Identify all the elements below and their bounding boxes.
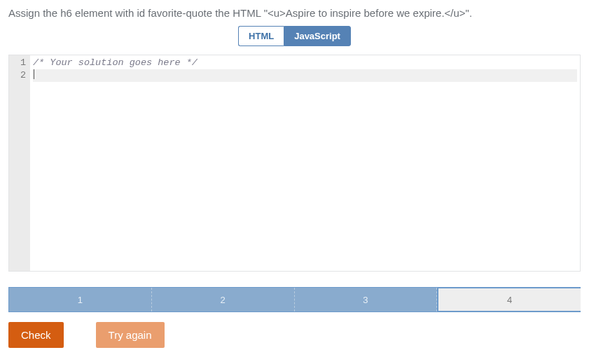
- prompt-text: Assign the h6 element with id favorite-q…: [8, 7, 581, 19]
- check-button[interactable]: Check: [8, 322, 64, 348]
- step-1[interactable]: 1: [9, 288, 152, 312]
- tab-html[interactable]: HTML: [238, 26, 284, 46]
- line-gutter: 1 2: [9, 55, 30, 271]
- code-editor[interactable]: 1 2 /* Your solution goes here */: [8, 55, 581, 272]
- step-3[interactable]: 3: [295, 288, 438, 312]
- code-area[interactable]: /* Your solution goes here */: [30, 55, 580, 271]
- editor-tabs: HTML JavaScript: [8, 26, 581, 46]
- line-number: 2: [12, 69, 26, 82]
- step-4[interactable]: 4: [437, 287, 581, 312]
- code-line[interactable]: /* Your solution goes here */: [33, 57, 577, 69]
- line-number: 1: [12, 57, 26, 69]
- action-buttons: Check Try again: [8, 322, 581, 348]
- cursor: [34, 69, 34, 79]
- progress-steps: 1 2 3 4: [8, 287, 581, 312]
- code-line[interactable]: [33, 69, 577, 82]
- step-2[interactable]: 2: [152, 288, 295, 312]
- try-again-button[interactable]: Try again: [96, 322, 165, 348]
- tab-javascript[interactable]: JavaScript: [284, 26, 351, 46]
